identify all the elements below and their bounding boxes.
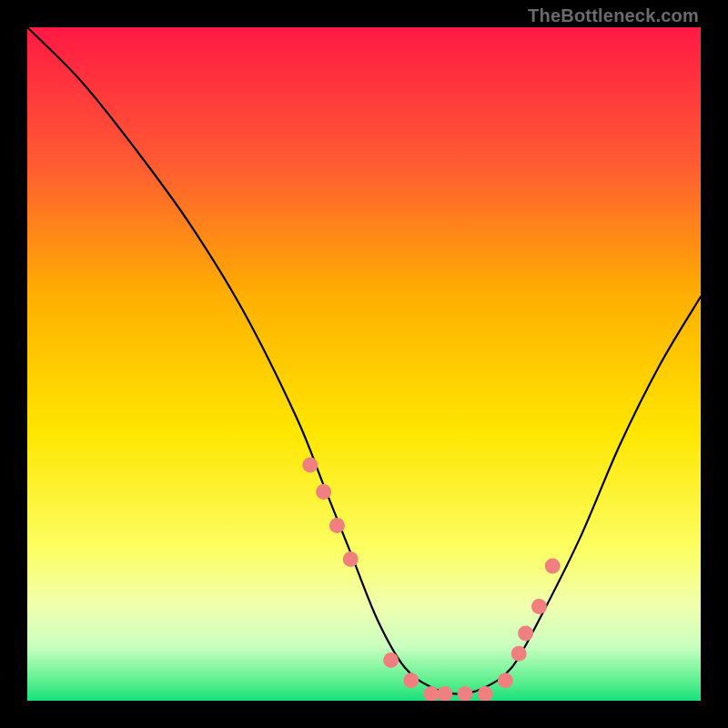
marker-point — [403, 672, 419, 688]
plot-area — [27, 27, 701, 701]
watermark-text: TheBottleneck.com — [528, 5, 699, 26]
marker-point — [478, 686, 493, 701]
highlighted-points — [302, 458, 560, 702]
marker-point — [343, 551, 359, 567]
marker-point — [437, 686, 452, 701]
marker-point — [383, 652, 399, 668]
curve-layer — [27, 27, 701, 701]
marker-point — [302, 458, 318, 473]
marker-point — [329, 518, 345, 533]
marker-point — [545, 559, 561, 574]
marker-point — [458, 686, 473, 701]
marker-point — [498, 672, 513, 688]
bottleneck-chart: TheBottleneck.com — [0, 0, 728, 728]
marker-point — [424, 686, 440, 701]
bottleneck-curve — [27, 27, 701, 694]
marker-point — [511, 646, 527, 662]
marker-point — [531, 599, 547, 614]
marker-point — [316, 484, 331, 500]
marker-point — [518, 626, 533, 642]
